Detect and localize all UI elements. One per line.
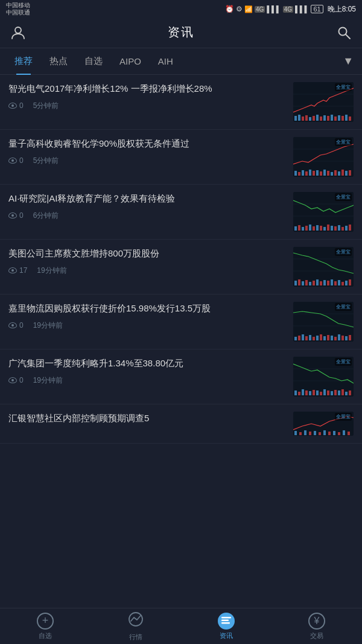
svg-rect-40 xyxy=(349,170,351,176)
svg-rect-34 xyxy=(327,171,329,176)
settings-icon: ⚙ xyxy=(236,5,243,13)
news-list: 智光电气2017年净利增长12% 一季报净利增长28% 0 5分钟前 xyxy=(0,75,362,444)
svg-rect-18 xyxy=(338,115,340,121)
svg-rect-107 xyxy=(316,391,319,395)
svg-rect-106 xyxy=(313,390,315,395)
svg-rect-96 xyxy=(345,336,348,340)
svg-rect-89 xyxy=(320,334,322,340)
nav-item-zixun[interactable]: 资讯 xyxy=(181,608,272,644)
svg-rect-25 xyxy=(294,171,297,176)
news-title: 量子高科收购睿智化学90%股权获无条件通过 xyxy=(8,137,287,151)
header: 资讯 xyxy=(0,17,362,48)
news-chart: 全景宝 xyxy=(293,137,354,177)
news-time: 19分钟前 xyxy=(33,375,63,386)
news-item[interactable]: 广汽集团一季度纯利略升1.34%至38.80亿元 0 19分钟前 xyxy=(0,349,362,404)
svg-rect-63 xyxy=(294,281,297,285)
news-meta: 0 6分钟前 xyxy=(8,211,287,221)
nav-item-hangqing[interactable]: 行情 xyxy=(91,608,181,644)
views-count: 0 xyxy=(8,321,24,330)
svg-rect-111 xyxy=(331,391,333,395)
svg-rect-9 xyxy=(305,115,308,121)
svg-rect-129 xyxy=(348,432,350,435)
news-time: 6分钟前 xyxy=(33,211,59,221)
svg-rect-133 xyxy=(221,622,230,624)
news-content: 量子高科收购睿智化学90%股权获无条件通过 0 5分钟前 xyxy=(8,137,287,166)
svg-rect-48 xyxy=(309,225,311,231)
nav-jiaoyi-icon: ¥ xyxy=(308,613,325,630)
news-meta: 0 19分钟前 xyxy=(8,375,287,386)
news-item[interactable]: 美图公司主席蔡文胜增持800万股股份 17 19分钟前 xyxy=(0,240,362,295)
svg-rect-50 xyxy=(316,225,319,231)
chart-brand: 全景宝 xyxy=(335,358,352,366)
svg-rect-57 xyxy=(341,227,344,231)
svg-rect-123 xyxy=(319,432,321,435)
svg-rect-51 xyxy=(320,226,322,231)
news-content: 智光电气2017年净利增长12% 一季报净利增长28% 0 5分钟前 xyxy=(8,82,287,111)
svg-rect-115 xyxy=(345,392,348,395)
chart-brand: 全景宝 xyxy=(335,413,352,421)
svg-rect-28 xyxy=(305,171,308,176)
svg-rect-26 xyxy=(298,172,300,176)
svg-rect-125 xyxy=(328,432,331,435)
svg-rect-93 xyxy=(334,337,337,340)
svg-rect-73 xyxy=(331,279,333,285)
news-title: 广汽集团一季度纯利略升1.34%至38.80亿元 xyxy=(8,357,287,371)
svg-rect-94 xyxy=(338,334,340,340)
page-title: 资讯 xyxy=(168,24,194,40)
search-icon[interactable] xyxy=(335,24,352,41)
chart-brand: 全景宝 xyxy=(335,248,352,256)
svg-rect-58 xyxy=(345,226,348,231)
news-content: AI·研究院|AI释放教育产能？效果有待检验 0 6分钟前 xyxy=(8,192,287,221)
signal-4g2-icon: 4G xyxy=(283,6,293,13)
nav-zixuan-icon: + xyxy=(37,613,54,630)
svg-rect-52 xyxy=(323,227,326,231)
nav-item-zixuan[interactable]: + 自选 xyxy=(0,608,91,644)
news-item[interactable]: 量子高科收购睿智化学90%股权获无条件通过 0 5分钟前 xyxy=(0,130,362,185)
svg-rect-36 xyxy=(334,170,337,176)
news-item[interactable]: 汇银智慧社区内部控制顾预期调查5 全景宝 xyxy=(0,404,362,444)
svg-rect-127 xyxy=(338,432,340,435)
svg-rect-66 xyxy=(305,280,308,285)
svg-rect-118 xyxy=(294,431,297,435)
news-meta: 0 19分钟前 xyxy=(8,320,287,331)
svg-rect-54 xyxy=(331,226,333,231)
news-meta: 17 19分钟前 xyxy=(8,266,287,276)
svg-rect-132 xyxy=(221,619,229,621)
news-item[interactable]: 智光电气2017年净利增长12% 一季报净利增长28% 0 5分钟前 xyxy=(0,75,362,130)
tab-aih[interactable]: AIH xyxy=(150,48,182,75)
news-time: 5分钟前 xyxy=(33,101,59,111)
nav-jiaoyi-label: 交易 xyxy=(310,631,323,640)
svg-rect-17 xyxy=(334,116,337,121)
views-count: 17 xyxy=(8,266,27,275)
status-icons: ⏰ ⚙ 📶 4G ▌▌▌ 4G ▌▌▌ 61 晚上8:05 xyxy=(225,4,356,14)
views-count: 0 xyxy=(8,376,24,384)
tab-aipo[interactable]: AIPO xyxy=(111,48,150,75)
tab-zixuan[interactable]: 自选 xyxy=(76,48,111,75)
svg-rect-131 xyxy=(221,617,231,619)
news-item[interactable]: 嘉里物流因购股权获行使折价15.98%发行13.5万股 0 19分钟前 xyxy=(0,295,362,349)
views-count: 0 xyxy=(8,101,24,110)
nav-item-jiaoyi[interactable]: ¥ 交易 xyxy=(272,608,362,644)
svg-rect-20 xyxy=(345,115,348,121)
user-icon[interactable] xyxy=(10,24,27,41)
nav-zixun-icon xyxy=(218,613,235,630)
news-chart: 全景宝 xyxy=(293,247,354,287)
tab-redian[interactable]: 热点 xyxy=(41,48,76,75)
svg-rect-84 xyxy=(302,334,304,340)
svg-rect-6 xyxy=(294,116,297,121)
carrier2: 中国联通 xyxy=(6,9,30,16)
status-bar: 中国移动 中国联通 ⏰ ⚙ 📶 4G ▌▌▌ 4G ▌▌▌ 61 晚上8:05 xyxy=(0,0,362,17)
svg-rect-83 xyxy=(298,336,300,340)
news-title: 智光电气2017年净利增长12% 一季报净利增长28% xyxy=(8,82,287,96)
svg-rect-75 xyxy=(338,280,340,285)
news-time: 19分钟前 xyxy=(37,266,66,276)
svg-rect-35 xyxy=(331,172,333,176)
svg-rect-126 xyxy=(333,431,335,435)
news-item[interactable]: AI·研究院|AI释放教育产能？效果有待检验 0 6分钟前 xyxy=(0,185,362,240)
eye-icon xyxy=(8,158,17,164)
news-meta: 0 5分钟前 xyxy=(8,156,287,166)
nav-hangqing-label: 行情 xyxy=(129,633,142,642)
tab-tuijian[interactable]: 推荐 xyxy=(6,48,41,75)
tabs-more-icon[interactable]: ▼ xyxy=(340,55,356,68)
svg-rect-13 xyxy=(320,116,322,121)
